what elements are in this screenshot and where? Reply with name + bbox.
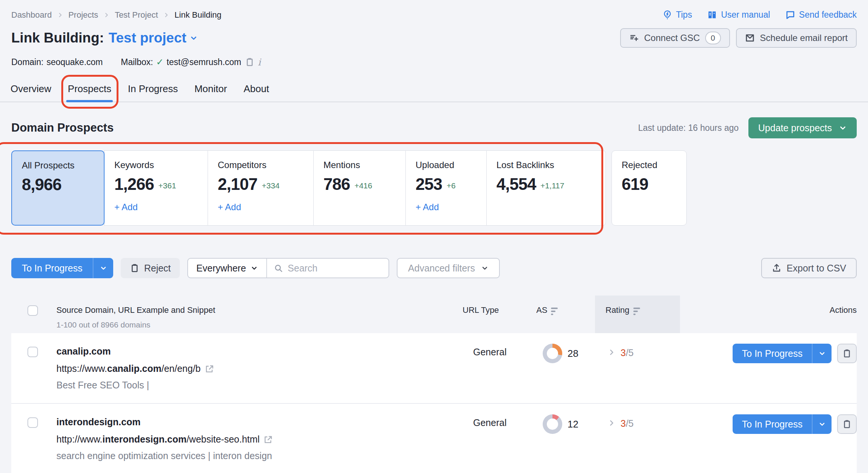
breadcrumb-projects[interactable]: Projects — [68, 10, 98, 20]
card-rejected[interactable]: Rejected 619 — [612, 150, 687, 226]
row-authority-score: 12 — [536, 404, 595, 434]
row-checkbox[interactable] — [27, 417, 38, 428]
connect-gsc-button[interactable]: Connect GSC 0 — [620, 28, 730, 48]
row-to-in-progress-button[interactable]: To In Progress — [733, 344, 832, 363]
add-uploaded-link[interactable]: + Add — [416, 202, 439, 212]
row-count-text: 1-100 out of 8966 domains — [56, 320, 150, 329]
delta-badge: +416 — [354, 181, 372, 190]
breadcrumb-test-project[interactable]: Test Project — [115, 10, 158, 20]
breadcrumb: Dashboard Projects Test Project Link Bui… — [11, 10, 222, 20]
authority-score-donut — [543, 344, 562, 363]
row-to-in-progress-button[interactable]: To In Progress — [733, 414, 832, 434]
sort-icon[interactable] — [551, 308, 558, 315]
column-as[interactable]: AS — [536, 296, 595, 333]
card-lost-backlinks[interactable]: Lost Backlinks 4,554+1,117 — [486, 150, 606, 226]
table-row: canalip.com https://www.canalip.com/en/e… — [11, 333, 857, 404]
send-feedback-link[interactable]: Send feedback — [785, 10, 857, 20]
table-row: interondesign.com http://www.interondesi… — [11, 404, 857, 473]
link-building-page: Dashboard Projects Test Project Link Bui… — [0, 0, 868, 473]
upload-icon — [772, 263, 782, 273]
chevron-down-icon — [839, 124, 847, 132]
breadcrumb-link-building: Link Building — [175, 10, 222, 20]
chevron-down-icon[interactable] — [812, 344, 832, 363]
tab-about[interactable]: About — [243, 78, 270, 102]
chevron-down-icon — [190, 34, 198, 42]
tab-bar: Overview Prospects In Progress Monitor A… — [0, 78, 868, 102]
column-url-type: URL Type — [463, 296, 536, 333]
table-toolbar: To In Progress Reject Everywhere Advance… — [0, 258, 868, 278]
row-url-type: General — [463, 333, 536, 403]
add-competitors-link[interactable]: + Add — [218, 202, 241, 212]
chevron-down-icon[interactable] — [812, 414, 832, 434]
chevron-down-icon — [481, 264, 489, 272]
column-actions: Actions — [680, 296, 857, 333]
speech-bubble-icon — [785, 10, 795, 20]
external-link-icon[interactable] — [205, 364, 214, 374]
chevron-down-icon[interactable] — [93, 258, 113, 278]
row-url-type: General — [463, 404, 536, 473]
add-keywords-link[interactable]: + Add — [114, 202, 138, 212]
sort-icon[interactable] — [633, 308, 640, 315]
tab-overview[interactable]: Overview — [10, 78, 52, 102]
verified-check-icon: ✓ — [156, 57, 164, 67]
domain-info: Domain: seoquake.com — [11, 57, 103, 67]
card-uploaded[interactable]: Uploaded 253+6 + Add — [405, 150, 487, 226]
row-snippet: Best Free SEO Tools | — [56, 380, 463, 391]
row-url: http://www.interondesign.com/website-seo… — [56, 434, 463, 445]
card-mentions[interactable]: Mentions 786+416 — [313, 150, 406, 226]
tab-prospects[interactable]: Prospects — [67, 78, 112, 102]
info-icon[interactable]: i — [258, 57, 261, 68]
chevron-right-icon[interactable] — [608, 419, 615, 427]
column-rating[interactable]: Rating — [595, 296, 680, 333]
row-authority-score: 28 — [536, 333, 595, 363]
prospect-source-cards: All Prospects 8,966 Keywords 1,266+361 +… — [0, 150, 868, 226]
lightbulb-icon — [662, 10, 672, 20]
tab-in-progress[interactable]: In Progress — [127, 78, 179, 102]
mailbox-email: test@semrush.com — [167, 57, 241, 67]
card-competitors[interactable]: Competitors 2,107+334 + Add — [208, 150, 314, 226]
row-checkbox[interactable] — [27, 347, 38, 357]
row-domain[interactable]: interondesign.com — [56, 417, 463, 428]
row-rating[interactable]: 3/5 — [595, 404, 680, 473]
row-snippet: search engine optimization services | in… — [56, 450, 463, 461]
external-link-icon[interactable] — [263, 435, 273, 444]
prospects-table: Source Domain, URL Example and Snippet 1… — [11, 296, 857, 473]
delta-badge: +334 — [262, 181, 279, 190]
delta-badge: +361 — [158, 181, 176, 190]
row-delete-button[interactable] — [837, 414, 857, 434]
trash-icon — [842, 419, 852, 429]
mailbox-info: Mailbox: ✓ test@semrush.com i — [121, 57, 261, 68]
section-title: Domain Prospects — [11, 121, 114, 135]
export-to-csv-button[interactable]: Export to CSV — [761, 258, 857, 278]
row-domain[interactable]: canalip.com — [56, 346, 463, 357]
envelope-icon — [745, 33, 755, 43]
chevron-right-icon — [163, 12, 169, 18]
list-plus-icon — [629, 33, 639, 43]
row-rating[interactable]: 3/5 — [595, 333, 680, 403]
authority-score-donut — [543, 414, 562, 434]
chevron-right-icon[interactable] — [608, 349, 615, 356]
chevron-down-icon — [250, 264, 258, 272]
advanced-filters-button[interactable]: Advanced filters — [397, 258, 500, 278]
select-all-checkbox[interactable] — [27, 305, 38, 316]
project-selector[interactable]: Test project — [109, 30, 198, 46]
row-delete-button[interactable] — [837, 344, 857, 363]
tips-link[interactable]: Tips — [662, 10, 692, 20]
update-prospects-button[interactable]: Update prospects — [748, 117, 857, 138]
user-manual-link[interactable]: User manual — [707, 10, 770, 20]
schedule-email-report-button[interactable]: Schedule email report — [736, 28, 857, 48]
remove-mailbox-button[interactable] — [245, 57, 255, 67]
card-keywords[interactable]: Keywords 1,266+361 + Add — [104, 150, 208, 226]
to-in-progress-bulk-button[interactable]: To In Progress — [11, 258, 113, 278]
page-title: Link Building: Test project — [11, 30, 198, 46]
reject-button[interactable]: Reject — [121, 258, 180, 278]
column-source-domain: Source Domain, URL Example and Snippet — [56, 305, 215, 315]
search-scope-select[interactable]: Everywhere — [188, 259, 267, 277]
card-all-prospects[interactable]: All Prospects 8,966 — [11, 150, 105, 226]
trash-icon — [130, 263, 140, 273]
trash-icon — [245, 57, 255, 67]
tab-monitor[interactable]: Monitor — [194, 78, 228, 102]
search-input[interactable] — [288, 263, 382, 274]
row-url: https://www.canalip.com/en/eng/b — [56, 363, 463, 374]
breadcrumb-dashboard[interactable]: Dashboard — [11, 10, 52, 20]
